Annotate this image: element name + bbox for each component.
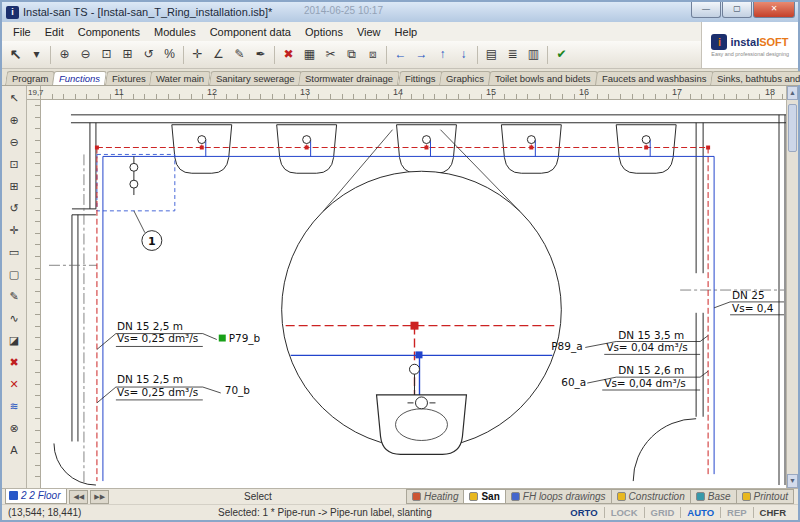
- print-icon[interactable]: ▤: [481, 44, 502, 65]
- delete-icon[interactable]: ✖: [4, 352, 24, 372]
- pencil-icon[interactable]: ✎: [229, 44, 250, 65]
- polyline-icon[interactable]: ∿: [4, 308, 24, 328]
- valve-group[interactable]: [130, 156, 138, 195]
- select-dropdown-icon[interactable]: ▾: [26, 44, 47, 65]
- text-tool-icon[interactable]: A: [4, 440, 24, 460]
- tab-sanitary-sewerage[interactable]: Sanitary sewerage: [209, 71, 302, 85]
- pen-icon[interactable]: ✒: [250, 44, 271, 65]
- toggle-orto[interactable]: ORTO: [564, 507, 604, 518]
- cut-icon[interactable]: ✂: [320, 44, 341, 65]
- zoom-out-icon[interactable]: ⊖: [4, 132, 24, 152]
- eraser-icon[interactable]: ◪: [4, 330, 24, 350]
- pipe-run-icon[interactable]: ≋: [4, 396, 24, 416]
- select-pointer-icon[interactable]: ↖: [5, 44, 26, 65]
- tab-program[interactable]: Program: [5, 71, 55, 85]
- brand-name-right: SOFT: [759, 36, 788, 48]
- pan-hand-icon[interactable]: ✛: [4, 220, 24, 240]
- valve-icon[interactable]: ⊗: [4, 418, 24, 438]
- pipe-label: Vs= 0,25 dm³/s: [117, 333, 198, 345]
- vertical-scrollbar[interactable]: ▲ ▼: [786, 86, 798, 488]
- scroll-up-icon[interactable]: ▲: [787, 86, 798, 100]
- selection-status: Selected: 1 * Pipe-run -> Pipe-run label…: [138, 507, 564, 518]
- menu-help[interactable]: Help: [388, 25, 425, 39]
- zoom-previous-icon[interactable]: ↺: [138, 44, 159, 65]
- drawing-canvas[interactable]: 1 DN 15: [41, 100, 786, 488]
- pipe-label: P89_a: [551, 340, 582, 353]
- tab-water-main[interactable]: Water main: [149, 71, 211, 85]
- menu-modules[interactable]: Modules: [147, 25, 203, 39]
- nudge-down-icon[interactable]: ↓: [453, 44, 474, 65]
- sheet-prev-button[interactable]: ◀◀: [69, 490, 88, 504]
- tab-stormwater-drainage[interactable]: Stormwater drainage: [298, 71, 400, 85]
- titlebar[interactable]: i Instal-san TS - [Instal-san_T_Ring_ins…: [2, 2, 798, 22]
- copy-icon[interactable]: ⧉: [341, 44, 362, 65]
- tab-functions[interactable]: Functions: [52, 71, 107, 85]
- zoom-window-icon[interactable]: ⊡: [96, 44, 117, 65]
- sheet-next-button[interactable]: ▶▶: [90, 490, 109, 504]
- tab-toilet-bowls[interactable]: Toilet bowls and bidets: [488, 71, 598, 85]
- toggle-rep[interactable]: REP: [721, 507, 754, 518]
- menu-file[interactable]: File: [6, 25, 38, 39]
- detail-balloon[interactable]: [282, 130, 562, 455]
- scroll-down-icon[interactable]: ▼: [787, 474, 798, 488]
- measure-icon[interactable]: ∠: [208, 44, 229, 65]
- sheet-view-icon[interactable]: ▭: [4, 242, 24, 262]
- pan-hand-icon[interactable]: ✛: [187, 44, 208, 65]
- tab-fixtures[interactable]: Fixtures: [105, 71, 153, 85]
- printout-dot-icon: [742, 492, 751, 501]
- fixture-connections[interactable]: [198, 136, 650, 144]
- callout-1[interactable]: 1: [134, 211, 162, 251]
- module-tab-printout[interactable]: Printout: [736, 489, 794, 504]
- storeys-icon[interactable]: ▥: [523, 44, 544, 65]
- tab-faucets-washbasins[interactable]: Faucets and washbasins: [595, 71, 714, 85]
- maximize-button[interactable]: ▢: [722, 2, 752, 18]
- nudge-left-icon[interactable]: ←: [390, 44, 411, 65]
- menu-options[interactable]: Options: [298, 25, 350, 39]
- select-pointer-icon[interactable]: ↖: [4, 88, 24, 108]
- module-tab-san[interactable]: San: [463, 489, 505, 504]
- svg-text:1: 1: [148, 235, 156, 248]
- break-pipe-icon[interactable]: ✕: [4, 374, 24, 394]
- close-button[interactable]: ✕: [753, 2, 795, 18]
- zoom-in-icon[interactable]: ⊕: [4, 110, 24, 130]
- layers-icon[interactable]: ≣: [502, 44, 523, 65]
- nudge-right-icon[interactable]: →: [411, 44, 432, 65]
- data-table-icon[interactable]: ▦: [299, 44, 320, 65]
- zoom-scale-icon[interactable]: %: [159, 44, 180, 65]
- zoom-window-icon[interactable]: ⊡: [4, 154, 24, 174]
- toggle-lock[interactable]: LOCK: [605, 507, 645, 518]
- paste-icon[interactable]: ⧈: [362, 44, 383, 65]
- toggle-chfr[interactable]: CHFR: [754, 507, 792, 518]
- washbasin-fixtures[interactable]: [172, 125, 676, 174]
- accept-results-icon[interactable]: ✔: [551, 44, 572, 65]
- menu-edit[interactable]: Edit: [38, 25, 71, 39]
- marquee-select-icon[interactable]: ▢: [4, 264, 24, 284]
- brand-name-left: instal: [730, 36, 759, 48]
- module-tab-fh-loops[interactable]: FH loops drawings: [505, 489, 612, 504]
- zoom-previous-icon[interactable]: ↺: [4, 198, 24, 218]
- tab-graphics[interactable]: Graphics: [439, 71, 491, 85]
- sheet-tab-floor[interactable]: 2 2 Floor: [5, 489, 67, 504]
- pipe-label: DN 15 2,5 m: [117, 320, 183, 332]
- toggle-auto[interactable]: AUTO: [681, 507, 721, 518]
- minimize-button[interactable]: —: [691, 2, 721, 18]
- zoom-extents-icon[interactable]: ⊞: [117, 44, 138, 65]
- zoom-all-icon[interactable]: ⊞: [4, 176, 24, 196]
- tab-fittings[interactable]: Fittings: [398, 71, 443, 85]
- tab-sinks-bathtubs[interactable]: Sinks, bathtubs and showers: [710, 71, 800, 85]
- menu-components[interactable]: Components: [71, 25, 147, 39]
- menu-component-data[interactable]: Component data: [203, 25, 298, 39]
- zoom-out-icon[interactable]: ⊖: [75, 44, 96, 65]
- menu-view[interactable]: View: [350, 25, 388, 39]
- zoom-in-icon[interactable]: ⊕: [54, 44, 75, 65]
- app-icon: i: [6, 6, 19, 19]
- toggle-grid[interactable]: GRID: [645, 507, 682, 518]
- nudge-up-icon[interactable]: ↑: [432, 44, 453, 65]
- status-mode: Select: [109, 491, 407, 502]
- module-tab-base[interactable]: Base: [690, 489, 737, 504]
- module-tab-construction[interactable]: Construction: [611, 489, 691, 504]
- pencil-icon[interactable]: ✎: [4, 286, 24, 306]
- delete-icon[interactable]: ✖: [278, 44, 299, 65]
- module-tab-heating[interactable]: Heating: [406, 489, 464, 504]
- scroll-thumb[interactable]: [788, 104, 797, 152]
